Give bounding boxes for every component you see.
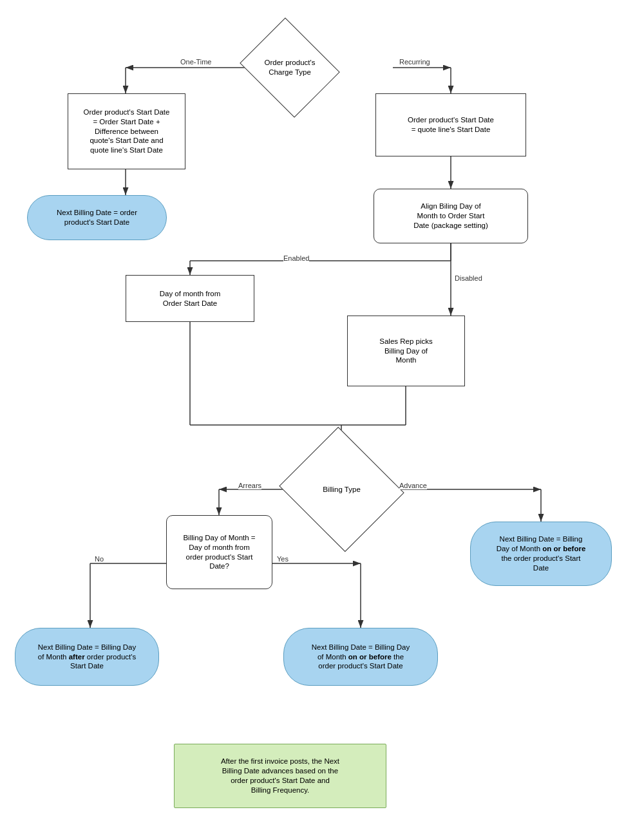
next-billing-advance-text: Next Billing Date = BillingDay of Month … xyxy=(497,534,586,573)
next-billing-on-or-before-oval: Next Billing Date = Billing Dayof Month … xyxy=(283,628,438,686)
green-note-text: After the first invoice posts, the NextB… xyxy=(221,757,339,795)
billing-day-question-box: Billing Day of Month =Day of month fromo… xyxy=(166,515,272,589)
diagram-container: Order product's Charge Type One-Time Rec… xyxy=(0,0,644,830)
sales-rep-box: Sales Rep picksBilling Day ofMonth xyxy=(347,316,465,386)
day-of-month-text: Day of month fromOrder Start Date xyxy=(160,289,221,308)
disabled-label: Disabled xyxy=(455,274,482,282)
recurring-box-text: Order product's Start Date= quote line's… xyxy=(408,115,494,135)
arrears-label: Arrears xyxy=(238,482,261,489)
day-of-month-box: Day of month fromOrder Start Date xyxy=(126,275,254,322)
advance-label: Advance xyxy=(399,482,427,489)
billing-type-label: Billing Type xyxy=(296,448,388,531)
recurring-box: Order product's Start Date= quote line's… xyxy=(375,93,526,156)
billing-day-question-text: Billing Day of Month =Day of month fromo… xyxy=(183,533,255,572)
next-billing-one-time-text: Next Billing Date = orderproduct's Start… xyxy=(57,208,137,227)
charge-type-diamond: Order product's Charge Type xyxy=(240,17,340,118)
billing-type-diamond: Billing Type xyxy=(279,427,404,552)
sales-rep-text: Sales Rep picksBilling Day ofMonth xyxy=(379,337,432,366)
align-billing-day-text: Align Biling Day ofMonth to Order StartD… xyxy=(413,202,488,231)
green-note-box: After the first invoice posts, the NextB… xyxy=(174,744,386,808)
one-time-box: Order product's Start Date= Order Start … xyxy=(68,93,185,169)
charge-type-label: Order product's Charge Type xyxy=(252,36,328,99)
next-billing-advance-oval: Next Billing Date = BillingDay of Month … xyxy=(470,522,612,586)
yes-label: Yes xyxy=(277,555,289,563)
align-billing-day-box: Align Biling Day ofMonth to Order StartD… xyxy=(374,189,528,243)
next-billing-on-or-before-text: Next Billing Date = Billing Dayof Month … xyxy=(312,643,410,672)
next-billing-after-text: Next Billing Date = Billing Dayof Month … xyxy=(38,643,136,672)
one-time-label: One-Time xyxy=(180,58,212,66)
enabled-label: Enabled xyxy=(283,254,309,262)
recurring-label: Recurring xyxy=(399,58,430,66)
next-billing-after-oval: Next Billing Date = Billing Dayof Month … xyxy=(15,628,159,686)
one-time-box-text: Order product's Start Date= Order Start … xyxy=(84,108,170,156)
no-label: No xyxy=(95,555,104,563)
next-billing-one-time-oval: Next Billing Date = orderproduct's Start… xyxy=(27,195,167,240)
